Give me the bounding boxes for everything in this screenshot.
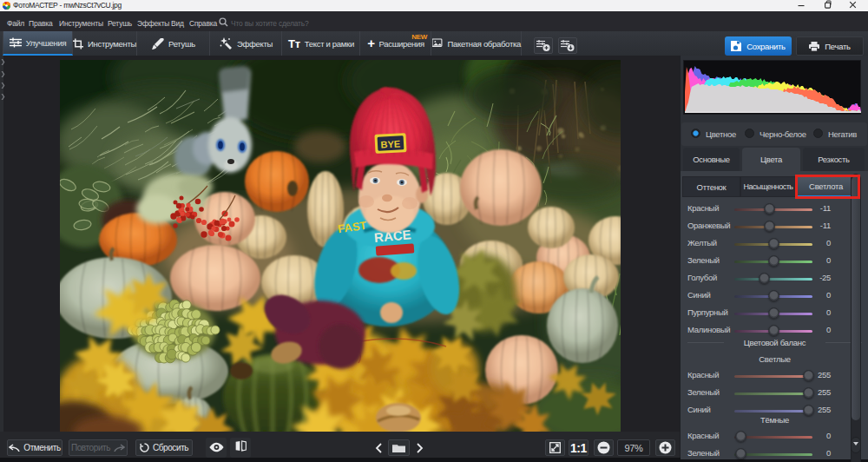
svg-text:BYE: BYE [380, 138, 400, 149]
